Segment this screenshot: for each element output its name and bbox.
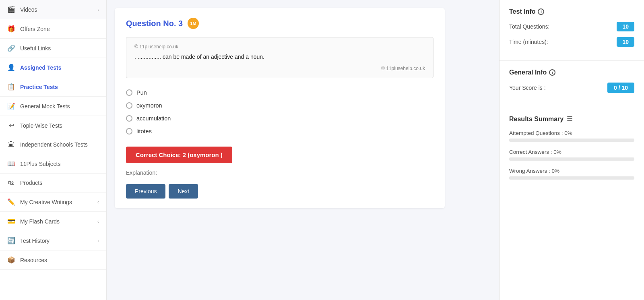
copyright-bottom: © 11plusehelp.co.uk bbox=[134, 66, 425, 71]
sidebar-label-independent-schools-tests: Independent Schools Tests bbox=[20, 141, 99, 148]
sidebar-label-practice-tests: Practice Tests bbox=[20, 84, 99, 90]
sidebar-label-11plus-subjects: 11Plus Subjects bbox=[20, 161, 99, 167]
sidebar-item-videos[interactable]: 🎬 Videos ‹ bbox=[0, 0, 106, 19]
right-panel: Test Info i Total Questions: 10 Time (mi… bbox=[499, 0, 644, 300]
sidebar-icon-11plus-subjects: 📖 bbox=[7, 160, 15, 168]
time-value: 10 bbox=[617, 37, 634, 47]
general-info-icon: i bbox=[549, 69, 555, 76]
total-questions-label: Total Questions: bbox=[509, 23, 549, 30]
sidebar-icon-test-history: 🔄 bbox=[7, 237, 15, 244]
radio-circle-4[interactable] bbox=[126, 128, 132, 134]
sidebar-label-general-mock-tests: General Mock Tests bbox=[20, 103, 99, 110]
attempted-questions-item: Attempted Questions : 0% bbox=[509, 130, 634, 142]
copyright-top: © 11plusehelp.co.uk bbox=[134, 44, 425, 50]
results-summary-section: Results Summary ☰ Attempted Questions : … bbox=[500, 107, 644, 195]
sidebar-icon-practice-tests: 📋 bbox=[7, 83, 15, 91]
chevron-icon-test-history: ‹ bbox=[97, 238, 99, 244]
chevron-icon-my-creative-writings: ‹ bbox=[97, 199, 99, 205]
question-box: © 11plusehelp.co.uk . ............... ca… bbox=[126, 37, 433, 78]
sidebar-icon-general-mock-tests: 📝 bbox=[7, 102, 15, 110]
sidebar-item-products[interactable]: 🛍 Products bbox=[0, 174, 106, 192]
score-row: Your Score is : 0 / 10 bbox=[509, 83, 634, 93]
sidebar-item-11plus-subjects[interactable]: 📖 11Plus Subjects bbox=[0, 154, 106, 174]
total-questions-value: 10 bbox=[617, 22, 634, 31]
sidebar-item-resources[interactable]: 📦 Resources bbox=[0, 250, 106, 270]
wrong-answers-item: Wrong Answers : 0% bbox=[509, 168, 634, 180]
question-text: . ............... can be made of an adje… bbox=[134, 54, 425, 60]
general-info-section: General Info i Your Score is : 0 / 10 bbox=[500, 61, 644, 107]
question-badge: 1M bbox=[188, 18, 199, 29]
sidebar-icon-resources: 📦 bbox=[7, 256, 15, 264]
sidebar-label-products: Products bbox=[20, 180, 99, 186]
general-info-heading: General Info i bbox=[509, 69, 634, 76]
sidebar-icon-videos: 🎬 bbox=[7, 6, 15, 13]
test-info-section: Test Info i Total Questions: 10 Time (mi… bbox=[500, 0, 644, 61]
results-icon: ☰ bbox=[567, 115, 572, 123]
sidebar-icon-topic-wise-tests: ↩ bbox=[7, 122, 15, 129]
sidebar-item-independent-schools-tests[interactable]: 🏛 Independent Schools Tests bbox=[0, 135, 106, 154]
option-1[interactable]: Pun bbox=[126, 86, 433, 99]
sidebar-label-my-flash-cards: My Flash Cards bbox=[20, 218, 93, 225]
time-row: Time (minutes): 10 bbox=[509, 37, 634, 47]
radio-circle-2[interactable] bbox=[126, 102, 132, 109]
sidebar-item-general-mock-tests[interactable]: 📝 General Mock Tests bbox=[0, 97, 106, 116]
sidebar-item-useful-links[interactable]: 🔗 Useful Links bbox=[0, 39, 106, 58]
wrong-progress-bg bbox=[509, 176, 634, 180]
chevron-icon-my-flash-cards: ‹ bbox=[97, 219, 99, 224]
sidebar-icon-useful-links: 🔗 bbox=[7, 44, 15, 52]
sidebar-label-assigned-tests: Assigned Tests bbox=[20, 64, 99, 71]
main-content: Question No. 3 1M © 11plusehelp.co.uk . … bbox=[107, 0, 499, 300]
results-summary-heading: Results Summary ☰ bbox=[509, 115, 634, 123]
sidebar-label-useful-links: Useful Links bbox=[20, 45, 99, 52]
option-text-2: oxymoron bbox=[136, 102, 162, 109]
sidebar-item-topic-wise-tests[interactable]: ↩ Topic-Wise Tests bbox=[0, 116, 106, 135]
sidebar-label-my-creative-writings: My Creative Writings bbox=[20, 199, 93, 205]
option-text-1: Pun bbox=[136, 89, 147, 96]
sidebar-icon-offers-zone: 🎁 bbox=[7, 25, 15, 33]
correct-answers-item: Correct Answers : 0% bbox=[509, 149, 634, 161]
prev-button[interactable]: Previous bbox=[126, 184, 165, 199]
sidebar-item-test-history[interactable]: 🔄 Test History ‹ bbox=[0, 231, 106, 250]
option-text-4: litotes bbox=[136, 128, 152, 134]
attempted-label: Attempted Questions : 0% bbox=[509, 130, 634, 136]
option-2[interactable]: oxymoron bbox=[126, 99, 433, 112]
question-title: Question No. 3 bbox=[126, 19, 183, 28]
score-value: 0 / 10 bbox=[607, 83, 634, 93]
sidebar-label-topic-wise-tests: Topic-Wise Tests bbox=[20, 122, 99, 129]
wrong-label: Wrong Answers : 0% bbox=[509, 168, 634, 174]
options-list: Pun oxymoron accumulation litotes bbox=[126, 86, 433, 138]
sidebar-item-practice-tests[interactable]: 📋 Practice Tests bbox=[0, 77, 106, 97]
question-header: Question No. 3 1M bbox=[126, 18, 433, 29]
explanation-label: Explanation: bbox=[126, 170, 433, 176]
next-button[interactable]: Next bbox=[169, 184, 198, 199]
radio-circle-1[interactable] bbox=[126, 89, 132, 96]
sidebar-item-my-flash-cards[interactable]: 💳 My Flash Cards ‹ bbox=[0, 212, 106, 231]
sidebar-icon-independent-schools-tests: 🏛 bbox=[7, 141, 15, 148]
question-card: Question No. 3 1M © 11plusehelp.co.uk . … bbox=[115, 8, 445, 208]
sidebar-label-test-history: Test History bbox=[20, 238, 93, 244]
score-label: Your Score is : bbox=[509, 85, 546, 91]
sidebar-item-offers-zone[interactable]: 🎁 Offers Zone bbox=[0, 19, 106, 39]
attempted-progress-bg bbox=[509, 139, 634, 142]
sidebar-icon-products: 🛍 bbox=[7, 179, 15, 186]
time-label: Time (minutes): bbox=[509, 39, 548, 45]
sidebar-label-offers-zone: Offers Zone bbox=[20, 26, 99, 32]
correct-progress-bg bbox=[509, 157, 634, 161]
test-info-heading: Test Info i bbox=[509, 8, 634, 15]
radio-circle-3[interactable] bbox=[126, 115, 132, 122]
sidebar-icon-my-creative-writings: ✏️ bbox=[7, 198, 15, 206]
sidebar-item-assigned-tests[interactable]: 👤 Assigned Tests bbox=[0, 58, 106, 77]
total-questions-row: Total Questions: 10 bbox=[509, 22, 634, 31]
option-text-3: accumulation bbox=[136, 115, 171, 122]
nav-buttons: Previous Next bbox=[126, 184, 433, 199]
sidebar-item-my-creative-writings[interactable]: ✏️ My Creative Writings ‹ bbox=[0, 192, 106, 212]
correct-label: Correct Answers : 0% bbox=[509, 149, 634, 155]
correct-choice-btn: Correct Choice: 2 (oxymoron ) bbox=[126, 147, 232, 163]
sidebar-icon-assigned-tests: 👤 bbox=[7, 64, 15, 71]
sidebar-label-videos: Videos bbox=[20, 6, 93, 13]
option-3[interactable]: accumulation bbox=[126, 112, 433, 125]
sidebar-label-resources: Resources bbox=[20, 257, 99, 263]
sidebar-icon-my-flash-cards: 💳 bbox=[7, 217, 15, 225]
option-4[interactable]: litotes bbox=[126, 125, 433, 138]
sidebar: 🎬 Videos ‹ 🎁 Offers Zone 🔗 Useful Links … bbox=[0, 0, 107, 300]
